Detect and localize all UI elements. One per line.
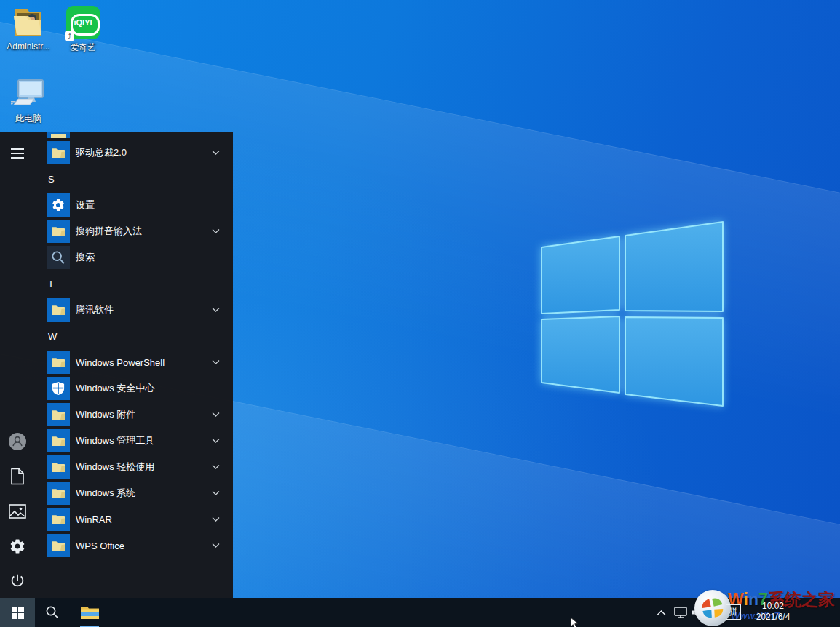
start-menu-item[interactable]: Windows PowerShell (0, 349, 233, 375)
windows-flag-icon (12, 607, 24, 619)
folder-icon (51, 410, 66, 420)
desktop-icon-iqiyi[interactable]: iQIYI ⤴ 爱奇艺 (55, 4, 111, 54)
start-menu-item-label: WPS Office (76, 540, 124, 551)
app-tile-folder (47, 455, 70, 479)
start-menu-item-label: 搜索 (76, 251, 95, 264)
start-menu-item-label: 驱动总裁2.0 (76, 146, 127, 159)
search-icon (45, 605, 60, 620)
gear-icon (51, 198, 66, 212)
start-menu-item-label: Windows 轻松使用 (76, 460, 154, 474)
app-tile-folder (47, 298, 70, 322)
app-tile-search (47, 246, 70, 269)
start-menu-item-label: 设置 (76, 199, 95, 212)
start-menu-item[interactable]: WinRAR (0, 506, 233, 532)
start-menu: 驱动总裁2.0S设置搜狗拼音输入法搜索T腾讯软件WWindows PowerSh… (0, 132, 233, 598)
app-tile-shield (47, 377, 70, 400)
start-menu-section-header-W[interactable]: W (0, 323, 233, 349)
start-menu-item-label: 腾讯软件 (76, 303, 114, 316)
app-tile-folder (47, 351, 70, 374)
power-icon (9, 572, 25, 588)
start-menu-item[interactable]: Windows 轻松使用 (0, 454, 233, 480)
folder-icon (51, 226, 66, 237)
section-letter: S (48, 174, 55, 185)
start-menu-item-label: Windows PowerShell (76, 357, 165, 368)
app-tile-folder (47, 508, 70, 531)
desktop-icon-this-pc[interactable]: 此电脑 (0, 76, 57, 125)
taskbar-search-button[interactable] (38, 598, 67, 627)
shortcut-arrow-icon: ⤴ (65, 31, 74, 41)
chevron-up-icon (657, 610, 666, 616)
start-menu-item-partial (47, 132, 70, 138)
section-letter: T (48, 279, 54, 289)
search-icon (51, 250, 66, 265)
start-menu-item-label: Windows 管理工具 (76, 434, 154, 447)
app-tile-folder (47, 403, 70, 426)
app-tile-folder (47, 220, 70, 243)
folder-icon (51, 305, 66, 316)
desktop-icon-label: 此电脑 (0, 113, 57, 125)
chevron-down-icon (212, 439, 220, 444)
folder-icon (51, 462, 66, 473)
start-menu-item-label: Windows 系统 (76, 487, 135, 500)
clock-date: 2021/6/4 (744, 612, 802, 623)
folder-icon (51, 357, 66, 368)
folder-icon (51, 540, 66, 551)
app-tile-folder (47, 482, 70, 505)
chevron-down-icon (212, 543, 220, 548)
start-menu-section-header-T[interactable]: T (0, 271, 233, 297)
chevron-down-icon (212, 151, 220, 156)
start-button[interactable] (0, 598, 35, 627)
clock-time: 10:02 (744, 601, 802, 612)
start-menu-item[interactable]: Windows 附件 (0, 402, 233, 428)
network-button[interactable] (671, 598, 690, 627)
chevron-down-icon (212, 465, 220, 470)
taskbar-clock[interactable]: 10:02 2021/6/4 (744, 601, 802, 623)
chevron-down-icon (212, 308, 220, 313)
windows-desktop-screen: Administr... iQIYI ⤴ 爱奇艺 此电脑 (0, 0, 840, 627)
app-tile-gear (47, 193, 70, 217)
desktop-icon-administrator[interactable]: Administr... (0, 4, 57, 52)
folder-icon (51, 148, 66, 159)
start-menu-item[interactable]: 驱动总裁2.0 (0, 140, 233, 166)
iqiyi-app-icon: iQIYI ⤴ (66, 6, 100, 39)
chevron-down-icon (212, 412, 220, 418)
start-menu-app-list: 驱动总裁2.0S设置搜狗拼音输入法搜索T腾讯软件WWindows PowerSh… (0, 140, 233, 559)
mouse-cursor (570, 617, 579, 627)
desktop-icon-label: Administr... (0, 41, 57, 52)
this-pc-icon (0, 76, 57, 111)
folder-icon (51, 488, 66, 499)
start-menu-item-label: WinRAR (76, 514, 112, 525)
chevron-down-icon (212, 360, 220, 365)
desktop-icon-label: 爱奇艺 (55, 41, 111, 54)
start-menu-item-label: 搜狗拼音输入法 (76, 225, 142, 238)
start-menu-item[interactable]: WPS Office (0, 532, 233, 559)
section-letter: W (48, 331, 57, 342)
app-tile-folder (47, 429, 70, 452)
start-menu-item-label: Windows 附件 (76, 408, 135, 421)
app-tile-folder (47, 141, 70, 164)
start-menu-item[interactable]: 搜索 (0, 244, 233, 271)
start-menu-item[interactable]: 搜狗拼音输入法 (0, 218, 233, 244)
start-menu-item[interactable]: 设置 (0, 192, 233, 218)
start-menu-item-label: Windows 安全中心 (76, 382, 154, 395)
folder-icon (51, 436, 66, 447)
start-menu-item[interactable]: Windows 系统 (0, 480, 233, 506)
start-menu-item[interactable]: Windows 管理工具 (0, 428, 233, 454)
start-menu-section-header-S[interactable]: S (0, 166, 233, 192)
file-explorer-button[interactable] (73, 598, 106, 627)
administrator-folder-icon (0, 4, 57, 39)
ime-indicator[interactable]: 拼 (726, 604, 741, 620)
chevron-down-icon (212, 517, 220, 522)
chevron-down-icon (212, 229, 220, 234)
folder-icon (51, 514, 66, 525)
power-button[interactable] (0, 563, 35, 598)
file-explorer-icon (80, 604, 100, 620)
hidden-icons-button[interactable] (652, 598, 670, 627)
shield-icon (52, 381, 65, 396)
iqiyi-logo-text: iQIYI (74, 18, 92, 27)
app-tile-folder (47, 534, 70, 557)
start-menu-item[interactable]: 腾讯软件 (0, 297, 233, 323)
start-menu-item[interactable]: Windows 安全中心 (0, 375, 233, 402)
chevron-down-icon (212, 491, 220, 496)
ethernet-network-icon (674, 607, 688, 618)
